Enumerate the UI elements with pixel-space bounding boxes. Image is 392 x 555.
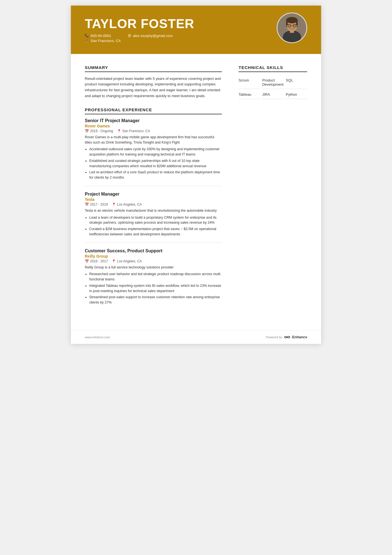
candidate-name: TAYLOR FOSTER <box>85 17 307 31</box>
profile-avatar-svg <box>277 13 306 42</box>
location-icon-1: 📍 <box>117 129 121 133</box>
exp-bullets-1: Accelerated outbound sales cycle by 330%… <box>85 147 222 180</box>
exp-dates-3: 📅 2016 - 2017 <box>85 259 108 263</box>
footer-powered-by: Powered by Enhancv <box>266 335 307 339</box>
skills-title: TECHNICAL SKILLS <box>239 65 307 72</box>
skill-item-2: SQL <box>286 78 307 89</box>
exp-bullets-2: Lead a team of developers to build a pro… <box>85 215 222 237</box>
bullet-1-3: Led re-architect effort of a core SaaS p… <box>89 170 222 180</box>
exp-desc-2: Tesla is an electric vehicle manufacture… <box>85 208 222 213</box>
exp-company-2: Tesla <box>85 197 222 202</box>
calendar-icon-1: 📅 <box>85 129 89 133</box>
bullet-2-2: Curated a $2M business implementation pr… <box>89 226 222 237</box>
exp-location-1: 📍 San Francisco, CA <box>117 129 150 133</box>
email-address: alex.murphy@gmail.com <box>133 34 173 38</box>
exp-location-2: 📍 Los Angeles, CA <box>112 203 142 206</box>
svg-point-11 <box>294 25 296 26</box>
exp-desc-1: Rover Games is a multi-play mobile game … <box>85 135 222 145</box>
summary-section: SUMMARY Result-orientated project team l… <box>85 65 222 99</box>
bullet-3-1: Researched user behavior and led strateg… <box>89 272 222 282</box>
experience-item-1: Senior IT Project Manager Rover Games 📅 … <box>85 118 222 186</box>
summary-text: Result-orientated project team leader wi… <box>85 76 222 99</box>
email-contact: @ alex.murphy@gmail.com <box>128 34 173 38</box>
exp-bullets-3: Researched user behavior and led strateg… <box>85 272 222 305</box>
skills-section: TECHNICAL SKILLS Scrum Product Developme… <box>239 65 307 99</box>
exp-company-3: Reilly Group <box>85 254 222 258</box>
bullet-1-2: Established and curated strategic partne… <box>89 158 222 169</box>
email-icon: @ <box>128 34 131 38</box>
enhancv-logo-icon <box>284 335 291 339</box>
footer: www.enhancv.com Powered by Enhancv <box>71 330 321 344</box>
exp-dates-1: 📅 2019 - Ongoing <box>85 129 113 133</box>
location-icon-3: 📍 <box>112 259 116 263</box>
exp-location-3: 📍 Los Angeles, CA <box>112 259 142 263</box>
experience-section: PROFESSIONAL EXPERIENCE Senior IT Projec… <box>85 107 222 311</box>
calendar-icon-3: 📅 <box>85 259 89 263</box>
location-text: San Francisco, CA <box>91 39 121 43</box>
calendar-icon-2: 📅 <box>85 203 89 206</box>
experience-title: PROFESSIONAL EXPERIENCE <box>85 107 222 114</box>
svg-point-4 <box>286 17 298 23</box>
summary-title: SUMMARY <box>85 65 222 72</box>
bullet-3-3: Streamlined post-sales support to increa… <box>89 295 222 305</box>
skill-item-0: Scrum <box>239 78 260 89</box>
svg-point-10 <box>288 25 289 26</box>
experience-item-2: Project Manager Tesla 📅 2017 - 2019 📍 Lo… <box>85 192 222 243</box>
exp-title-2: Project Manager <box>85 192 222 197</box>
phone-contact: 📞 600-00-0001 <box>85 34 111 38</box>
brand-name: Enhancv <box>292 335 307 339</box>
phone-number: 600-00-0001 <box>91 34 111 38</box>
powered-by-label: Powered by <box>266 336 282 339</box>
bullet-3-2: Integrated Tableau reporting system into… <box>89 283 222 294</box>
experience-item-3: Customer Success, Product Support Reilly… <box>85 248 222 311</box>
skill-item-4: JIRA <box>262 92 284 99</box>
location-icon: 📍 <box>85 39 89 43</box>
exp-meta-2: 📅 2017 - 2019 📍 Los Angeles, CA <box>85 203 222 206</box>
header-section: TAYLOR FOSTER 📞 600-00-0001 @ alex.murph… <box>71 6 321 54</box>
exp-dates-2: 📅 2017 - 2019 <box>85 203 108 206</box>
exp-meta-1: 📅 2019 - Ongoing 📍 San Francisco, CA <box>85 129 222 133</box>
resume-page: TAYLOR FOSTER 📞 600-00-0001 @ alex.murph… <box>71 6 321 344</box>
left-column: SUMMARY Result-orientated project team l… <box>85 65 233 319</box>
skills-grid: Scrum Product Development SQL Tableau JI… <box>239 76 307 99</box>
exp-title-3: Customer Success, Product Support <box>85 248 222 253</box>
exp-desc-3: Reilly Group is a full service technolog… <box>85 265 222 270</box>
exp-meta-3: 📅 2016 - 2017 📍 Los Angeles, CA <box>85 259 222 263</box>
bullet-2-1: Lead a team of developers to build a pro… <box>89 215 222 226</box>
skill-item-1: Product Development <box>262 78 284 89</box>
exp-company-1: Rover Games <box>85 124 222 128</box>
main-content: SUMMARY Result-orientated project team l… <box>71 54 321 330</box>
location-icon-2: 📍 <box>112 203 116 206</box>
right-column: TECHNICAL SKILLS Scrum Product Developme… <box>233 65 307 319</box>
skill-item-5: Python <box>286 92 307 99</box>
header-contact: 📞 600-00-0001 @ alex.murphy@gmail.com <box>85 34 307 38</box>
profile-photo <box>277 13 307 43</box>
skill-item-3: Tableau <box>239 92 260 99</box>
phone-icon: 📞 <box>85 34 89 38</box>
exp-title-1: Senior IT Project Manager <box>85 118 222 123</box>
location-row: 📍 San Francisco, CA <box>85 39 307 43</box>
footer-url: www.enhancv.com <box>85 336 110 339</box>
bullet-1-1: Accelerated outbound sales cycle by 330%… <box>89 147 222 157</box>
